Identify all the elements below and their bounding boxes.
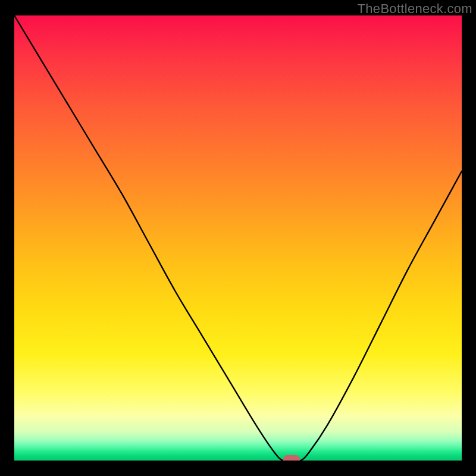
optimal-marker [283, 455, 300, 461]
chart-frame: TheBottleneck.com [0, 0, 476, 476]
plot-area [14, 15, 462, 461]
watermark-text: TheBottleneck.com [358, 1, 472, 17]
bottleneck-curve [14, 15, 462, 461]
